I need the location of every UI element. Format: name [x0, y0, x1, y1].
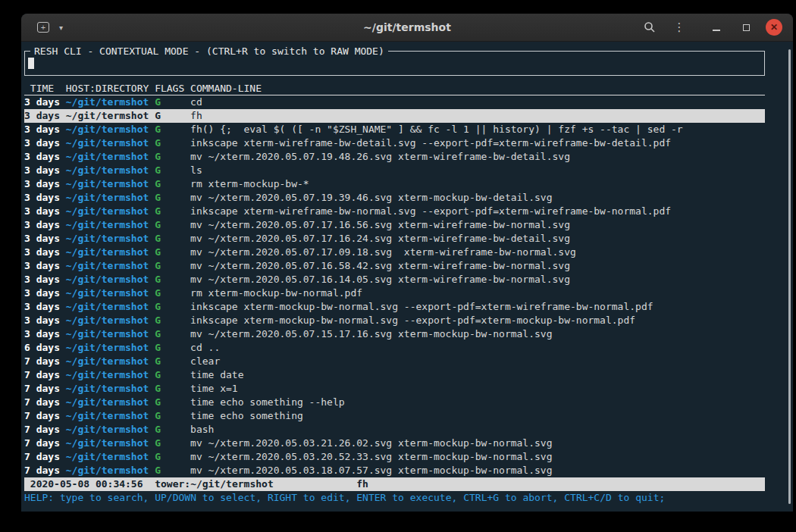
history-flags: G	[155, 382, 184, 396]
history-row[interactable]: 7 days ~/git/termshot G mv ~/xterm.2020.…	[24, 464, 765, 477]
history-flags: G	[155, 150, 184, 164]
history-row[interactable]: 3 days ~/git/termshot G ls	[24, 164, 765, 177]
history-flags: G	[155, 177, 184, 191]
history-host-directory: ~/git/termshot	[66, 409, 149, 423]
history-row[interactable]: 7 days ~/git/termshot G bash	[24, 423, 765, 437]
history-host-directory: ~/git/termshot	[66, 232, 149, 246]
restore-button[interactable]	[736, 17, 756, 37]
history-command: inkscape xterm-mockup-bw-normal.svg --ex…	[190, 314, 765, 327]
history-row[interactable]: 3 days ~/git/termshot G inkscape xterm-m…	[24, 300, 765, 314]
history-time: 3 days	[24, 136, 60, 150]
history-time: 7 days	[24, 409, 60, 423]
history-row[interactable]: 3 days ~/git/termshot G mv ~/xterm.2020.…	[24, 327, 765, 341]
new-tab-button[interactable]: +	[32, 17, 55, 37]
history-command: mv ~/xterm.2020.05.07.19.39.46.svg xterm…	[190, 191, 765, 205]
history-command: rm xterm-mockup-bw-normal.pdf	[190, 286, 765, 300]
history-row[interactable]: 3 days ~/git/termshot G inkscape xterm-w…	[24, 205, 765, 218]
history-time: 3 days	[24, 246, 60, 259]
history-host-directory: ~/git/termshot	[66, 437, 149, 450]
history-time: 3 days	[24, 150, 60, 164]
history-time: 3 days	[24, 232, 60, 246]
history-host-directory: ~/git/termshot	[66, 191, 149, 205]
history-host-directory: ~/git/termshot	[66, 382, 149, 396]
history-row[interactable]: 3 days ~/git/termshot G inkscape xterm-m…	[24, 314, 765, 327]
history-row[interactable]: 3 days ~/git/termshot G mv ~/xterm.2020.…	[24, 150, 765, 164]
history-command: inkscape xterm-mockup-bw-normal.svg --ex…	[190, 300, 765, 314]
terminal-screen[interactable]: RESH CLI - CONTEXTUAL MODE - (CTRL+R to …	[21, 42, 793, 512]
history-command: mv ~/xterm.2020.05.07.17.09.18.svg xterm…	[190, 246, 765, 259]
history-host-directory: ~/git/termshot	[66, 164, 149, 177]
history-flags: G	[155, 314, 184, 327]
history-host-directory: ~/git/termshot	[66, 314, 149, 327]
history-time: 7 days	[24, 368, 60, 382]
history-command: fh	[190, 109, 765, 123]
history-row[interactable]: 3 days ~/git/termshot G mv ~/xterm.2020.…	[24, 218, 765, 232]
history-time: 3 days	[24, 123, 60, 136]
close-button[interactable]: ✕	[766, 19, 782, 36]
terminal-scrollbar[interactable]	[788, 49, 791, 504]
history-host-directory: ~/git/termshot	[66, 150, 149, 164]
history-row[interactable]: 7 days ~/git/termshot G time x=1	[24, 382, 765, 396]
history-time: 3 days	[24, 286, 60, 300]
history-flags: G	[155, 205, 184, 218]
history-command: mv ~/xterm.2020.05.07.16.14.05.svg xterm…	[190, 273, 765, 286]
history-host-directory: ~/git/termshot	[66, 136, 149, 150]
history-row[interactable]: 3 days ~/git/termshot G inkscape xterm-w…	[24, 136, 765, 150]
history-flags: G	[155, 191, 184, 205]
history-host-directory: ~/git/termshot	[66, 246, 149, 259]
history-row[interactable]: 3 days ~/git/termshot G rm xterm-mockup-…	[24, 177, 765, 191]
history-time: 7 days	[24, 464, 60, 477]
history-flags: G	[155, 327, 184, 341]
history-command: time echo something --help	[190, 396, 765, 409]
history-row[interactable]: 3 days ~/git/termshot G mv ~/xterm.2020.…	[24, 246, 765, 259]
history-flags: G	[155, 164, 184, 177]
history-row[interactable]: 7 days ~/git/termshot G time echo someth…	[24, 409, 765, 423]
history-host-directory: ~/git/termshot	[66, 109, 149, 123]
history-row[interactable]: 6 days ~/git/termshot G cd ..	[24, 341, 765, 355]
history-time: 3 days	[24, 191, 60, 205]
history-host-directory: ~/git/termshot	[66, 464, 149, 477]
status-datetime: 2020-05-08 00:34:56	[30, 477, 143, 491]
history-row[interactable]: 3 days ~/git/termshot G mv ~/xterm.2020.…	[24, 259, 765, 273]
history-row[interactable]: 7 days ~/git/termshot G mv ~/xterm.2020.…	[24, 437, 765, 450]
history-host-directory: ~/git/termshot	[66, 273, 149, 286]
history-row[interactable]: 3 days ~/git/termshot G rm xterm-mockup-…	[24, 286, 765, 300]
history-row[interactable]: 7 days ~/git/termshot G mv ~/xterm.2020.…	[24, 450, 765, 464]
history-flags: G	[155, 437, 184, 450]
menu-button[interactable]: ⋮	[669, 17, 689, 37]
history-row[interactable]: 7 days ~/git/termshot G time echo someth…	[24, 396, 765, 409]
history-host-directory: ~/git/termshot	[66, 368, 149, 382]
tab-dropdown-button[interactable]: ▾	[59, 23, 63, 32]
history-host-directory: ~/git/termshot	[66, 450, 149, 464]
help-line: HELP: type to search, UP/DOWN to select,…	[24, 491, 765, 505]
history-row[interactable]: 3 days ~/git/termshot G mv ~/xterm.2020.…	[24, 273, 765, 286]
history-flags: G	[155, 246, 184, 259]
search-button[interactable]	[640, 17, 660, 37]
history-host-directory: ~/git/termshot	[66, 396, 149, 409]
history-row[interactable]: 3 days ~/git/termshot G mv ~/xterm.2020.…	[24, 191, 765, 205]
history-command: inkscape xterm-wireframe-bw-normal.svg -…	[190, 205, 765, 218]
resh-search-box[interactable]: RESH CLI - CONTEXTUAL MODE - (CTRL+R to …	[24, 51, 765, 76]
history-host-directory: ~/git/termshot	[66, 355, 149, 368]
history-command: mv ~/xterm.2020.05.07.19.48.26.svg xterm…	[190, 150, 765, 164]
text-cursor	[28, 58, 34, 69]
history-host-directory: ~/git/termshot	[66, 423, 149, 437]
history-flags: G	[155, 109, 184, 123]
history-row[interactable]: 3 days ~/git/termshot G fh	[24, 109, 765, 123]
history-row[interactable]: 3 days ~/git/termshot G fh() {; eval $( …	[24, 123, 765, 136]
history-flags: G	[155, 368, 184, 382]
minimize-button[interactable]	[707, 17, 726, 37]
history-flags: G	[155, 136, 184, 150]
restore-window-icon	[743, 24, 750, 31]
history-command: mv ~/xterm.2020.05.03.20.52.33.svg xterm…	[190, 450, 765, 464]
history-flags: G	[155, 450, 184, 464]
header-command-line: COMMAND-LINE	[190, 82, 765, 95]
history-row[interactable]: 7 days ~/git/termshot G clear	[24, 355, 765, 368]
kebab-menu-icon: ⋮	[674, 20, 685, 34]
history-row[interactable]: 7 days ~/git/termshot G time date	[24, 368, 765, 382]
history-row[interactable]: 3 days ~/git/termshot G cd	[24, 95, 765, 109]
history-row[interactable]: 3 days ~/git/termshot G mv ~/xterm.2020.…	[24, 232, 765, 246]
history-table-header: TIME HOST:DIRECTORY FLAGS COMMAND-LINE	[24, 82, 765, 95]
history-command: ls	[190, 164, 765, 177]
history-command: clear	[190, 355, 765, 368]
